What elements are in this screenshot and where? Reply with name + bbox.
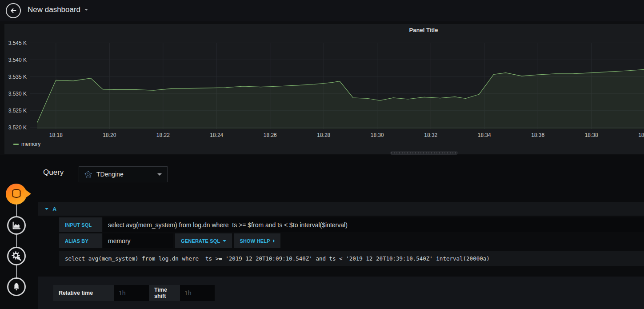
database-icon bbox=[11, 188, 22, 200]
alias-by-row: ALIAS BY GENERATE SQL SHOW HELP bbox=[59, 233, 280, 248]
generated-sql-preview: select avg(mem_system) from log.dn where… bbox=[59, 251, 644, 266]
top-bar: New dashboard bbox=[0, 0, 644, 21]
caret-down-icon bbox=[223, 240, 226, 242]
show-help-label: SHOW HELP bbox=[240, 238, 270, 244]
input-sql-label: INPUT SQL bbox=[59, 217, 102, 232]
x-tick-label: 18:18 bbox=[49, 132, 63, 138]
x-tick-label: 18:34 bbox=[478, 132, 491, 138]
chevron-down-icon bbox=[157, 173, 162, 176]
x-tick-label: 18:26 bbox=[264, 132, 277, 138]
datasource-select[interactable]: TDengine bbox=[79, 166, 168, 182]
relative-time-label: Relative time bbox=[53, 285, 114, 301]
query-heading: Query bbox=[43, 168, 64, 177]
x-tick-label: 18:20 bbox=[103, 132, 116, 138]
bell-icon bbox=[12, 282, 21, 292]
input-sql-row: INPUT SQL bbox=[59, 217, 644, 232]
queries-blob-tail-icon bbox=[24, 189, 31, 199]
tab-queries[interactable] bbox=[6, 184, 32, 205]
alias-by-field[interactable] bbox=[103, 233, 173, 248]
collapse-caret-icon bbox=[45, 208, 48, 210]
query-ref-letter: A bbox=[52, 206, 56, 213]
tdengine-logo-icon bbox=[84, 171, 92, 178]
dashboard-title-dropdown[interactable]: New dashboard bbox=[28, 5, 88, 14]
y-tick-label: 3.530 K bbox=[8, 91, 27, 97]
y-tick-label: 3.525 K bbox=[8, 108, 27, 114]
y-tick-label: 3.540 K bbox=[8, 57, 27, 63]
chart-icon bbox=[12, 221, 21, 230]
time-shift-input[interactable] bbox=[180, 285, 215, 301]
x-tick-label: 18:38 bbox=[585, 132, 598, 138]
back-button[interactable] bbox=[6, 3, 21, 18]
tab-connector-line bbox=[16, 202, 17, 288]
series-area bbox=[37, 69, 644, 129]
generate-sql-button[interactable]: GENERATE SQL bbox=[175, 233, 232, 248]
input-sql-field[interactable] bbox=[103, 217, 644, 232]
y-tick-label: 3.520 K bbox=[8, 124, 27, 131]
query-editor-section: Query TDengine A INPUT SQL ALIAS BY bbox=[38, 160, 644, 309]
time-shift-label: Time shift bbox=[149, 285, 180, 301]
legend-item[interactable]: memory bbox=[13, 141, 40, 147]
x-tick-label: 18:28 bbox=[317, 132, 330, 138]
relative-time-group: Relative time bbox=[53, 285, 149, 301]
tab-visualization[interactable] bbox=[7, 216, 26, 235]
graph-panel: Panel Title 3.545 K3.540 K3.535 K3.530 K… bbox=[4, 24, 644, 154]
dashboard-title: New dashboard bbox=[28, 5, 80, 14]
legend-series-color-icon bbox=[13, 144, 19, 145]
x-tick-label: 18:30 bbox=[371, 132, 384, 138]
x-tick-label: 18:40 bbox=[638, 132, 644, 138]
y-tick-label: 3.535 K bbox=[8, 74, 27, 80]
time-shift-group: Time shift bbox=[149, 285, 215, 301]
x-tick-label: 18:32 bbox=[424, 132, 437, 138]
chevron-down-icon bbox=[84, 9, 88, 11]
generate-sql-label: GENERATE SQL bbox=[181, 238, 220, 244]
alias-by-label: ALIAS BY bbox=[59, 233, 102, 248]
show-help-button[interactable]: SHOW HELP bbox=[234, 233, 280, 248]
x-tick-label: 18:36 bbox=[531, 132, 544, 138]
caret-right-icon bbox=[273, 239, 275, 243]
generated-sql-text: select avg(mem_system) from log.dn where… bbox=[65, 255, 490, 262]
relative-time-input[interactable] bbox=[114, 285, 149, 301]
datasource-name: TDengine bbox=[96, 171, 157, 178]
legend-series-label: memory bbox=[21, 141, 40, 147]
arrow-left-icon bbox=[10, 7, 17, 14]
tab-alert[interactable] bbox=[7, 277, 26, 296]
time-series-chart[interactable]: 3.545 K3.540 K3.535 K3.530 K3.525 K3.520… bbox=[4, 24, 644, 154]
panel-resize-handle[interactable] bbox=[390, 151, 458, 155]
x-tick-label: 18:22 bbox=[156, 132, 170, 138]
time-options-row: Relative time Time shift bbox=[38, 277, 644, 309]
query-ref-collapse-row[interactable]: A bbox=[38, 202, 644, 216]
gear-icon bbox=[11, 251, 22, 261]
x-tick-label: 18:24 bbox=[210, 132, 223, 138]
query-header: Query TDengine bbox=[43, 168, 64, 177]
tab-general-settings[interactable] bbox=[7, 247, 26, 265]
y-tick-label: 3.545 K bbox=[8, 40, 27, 46]
